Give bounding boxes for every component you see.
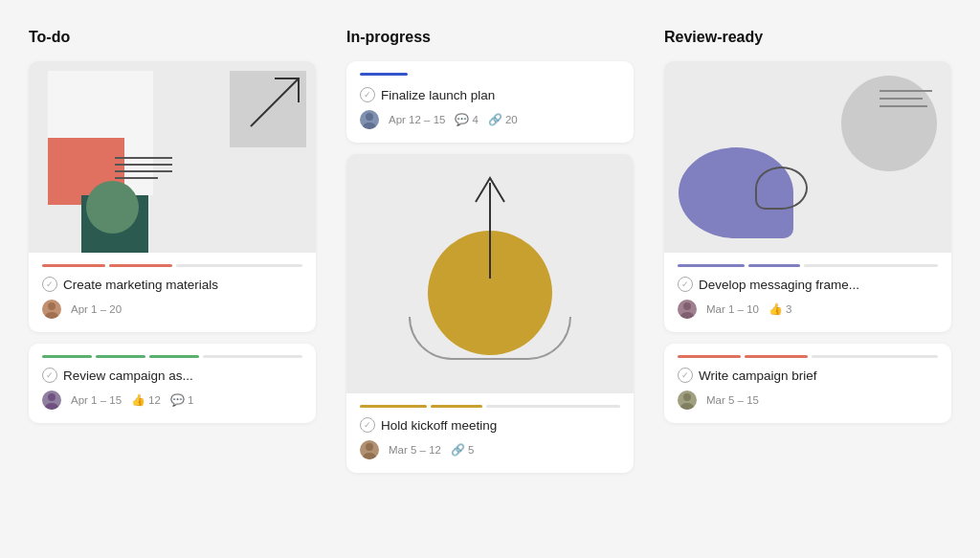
card-meta-marketing: Apr 1 – 20: [42, 300, 302, 319]
person-icon: [360, 440, 379, 459]
avatar-person4: [360, 440, 379, 459]
card-title-review: Review campaign as...: [42, 368, 302, 383]
svg-line-0: [251, 78, 299, 126]
link-count-kickoff: 🔗 5: [451, 443, 474, 457]
card-meta-messaging: Mar 1 – 10 👍 3: [678, 300, 938, 319]
like-icon: 👍: [131, 393, 145, 407]
check-icon-finalize: [360, 87, 375, 102]
svg-point-9: [363, 453, 376, 459]
card-campaign-brief[interactable]: Write campaign brief Mar 5 – 15: [664, 344, 951, 423]
inprogress-bar: [360, 73, 408, 76]
comment-count: 💬 1: [170, 393, 193, 407]
column-title-todo: To-do: [29, 29, 316, 46]
date-kickoff: Mar 5 – 12: [389, 444, 441, 456]
svg-point-2: [45, 312, 58, 319]
card-image-marketing: [29, 61, 316, 253]
comment-icon: 💬: [170, 393, 185, 407]
person-icon: [42, 300, 61, 319]
link-count-finalize: 🔗 20: [488, 113, 518, 126]
link-icon-kickoff: 🔗: [451, 443, 465, 457]
card-body-brief: Write campaign brief Mar 5 – 15: [664, 344, 951, 423]
date-brief: Mar 5 – 15: [706, 394, 759, 406]
svg-point-11: [680, 312, 694, 319]
date-review: Apr 1 – 15: [71, 394, 122, 406]
arrow-up-icon: [471, 173, 509, 288]
column-inprogress: In-progress Finalize launch plan Apr 12 …: [346, 29, 634, 484]
like-count-messaging: 👍 3: [768, 302, 791, 316]
card-finalize-launch[interactable]: Finalize launch plan Apr 12 – 15 💬 4 🔗 2…: [346, 61, 634, 143]
check-icon-review: [42, 368, 57, 383]
person-icon: [678, 300, 697, 319]
arrow-icon: [241, 69, 308, 136]
check-icon-marketing: [42, 277, 57, 292]
svg-point-3: [48, 393, 56, 401]
card-body-finalize: Finalize launch plan Apr 12 – 15 💬 4 🔗 2…: [346, 61, 634, 143]
link-icon-finalize: 🔗: [488, 113, 502, 126]
avatar-person6: [678, 391, 697, 410]
date-marketing: Apr 1 – 20: [71, 303, 122, 315]
card-body-messaging: Develop messaging frame... Mar 1 – 10 👍 …: [664, 253, 951, 332]
card-title-messaging: Develop messaging frame...: [678, 277, 938, 292]
comment-count-finalize: 💬 4: [455, 113, 478, 126]
card-meta-review: Apr 1 – 15 👍 12 💬 1: [42, 391, 302, 410]
svg-point-6: [363, 123, 376, 129]
card-title-kickoff: Hold kickoff meeting: [360, 417, 620, 433]
svg-point-1: [48, 302, 56, 310]
board: To-do: [29, 29, 951, 484]
card-meta-brief: Mar 5 – 15: [678, 391, 938, 410]
person-icon: [678, 391, 697, 410]
svg-point-12: [683, 393, 691, 401]
avatar-person2: [42, 391, 61, 410]
person-icon: [42, 391, 61, 410]
card-image-messaging: [664, 61, 951, 253]
date-messaging: Mar 1 – 10: [706, 303, 759, 315]
comment-icon-finalize: 💬: [455, 113, 469, 126]
column-title-inprogress: In-progress: [346, 29, 634, 46]
column-review-ready: Review-ready: [664, 29, 951, 435]
card-body-kickoff: Hold kickoff meeting Mar 5 – 12 🔗 5: [346, 393, 634, 473]
card-messaging[interactable]: Develop messaging frame... Mar 1 – 10 👍 …: [664, 61, 951, 332]
card-review-campaign[interactable]: Review campaign as... Apr 1 – 15 👍 12 💬 …: [29, 344, 316, 423]
like-count: 👍 12: [131, 393, 161, 407]
person-icon: [360, 110, 379, 129]
card-meta-kickoff: Mar 5 – 12 🔗 5: [360, 440, 620, 459]
check-icon-messaging: [678, 277, 693, 292]
avatar-person3: [360, 110, 379, 129]
card-image-kickoff: [346, 154, 634, 393]
card-create-marketing[interactable]: Create marketing materials Apr 1 – 20: [29, 61, 316, 332]
card-kickoff[interactable]: Hold kickoff meeting Mar 5 – 12 🔗 5: [346, 154, 634, 473]
svg-point-8: [366, 443, 373, 451]
card-title-marketing: Create marketing materials: [42, 277, 302, 292]
column-todo: To-do: [29, 29, 316, 435]
card-body: Create marketing materials Apr 1 – 20: [29, 253, 316, 332]
column-title-review-ready: Review-ready: [664, 29, 951, 46]
like-icon-messaging: 👍: [768, 302, 783, 316]
svg-point-10: [683, 302, 691, 310]
avatar-person5: [678, 300, 697, 319]
card-title-brief: Write campaign brief: [678, 368, 938, 383]
card-meta-finalize: Apr 12 – 15 💬 4 🔗 20: [360, 110, 620, 129]
check-icon-brief: [678, 368, 693, 383]
date-finalize: Apr 12 – 15: [389, 114, 445, 125]
svg-point-4: [45, 403, 58, 410]
svg-point-5: [366, 113, 373, 121]
avatar-person1: [42, 300, 61, 319]
svg-point-13: [680, 403, 694, 410]
check-icon-kickoff: [360, 417, 375, 433]
card-title-finalize: Finalize launch plan: [360, 87, 620, 102]
card-body-review: Review campaign as... Apr 1 – 15 👍 12 💬 …: [29, 344, 316, 423]
